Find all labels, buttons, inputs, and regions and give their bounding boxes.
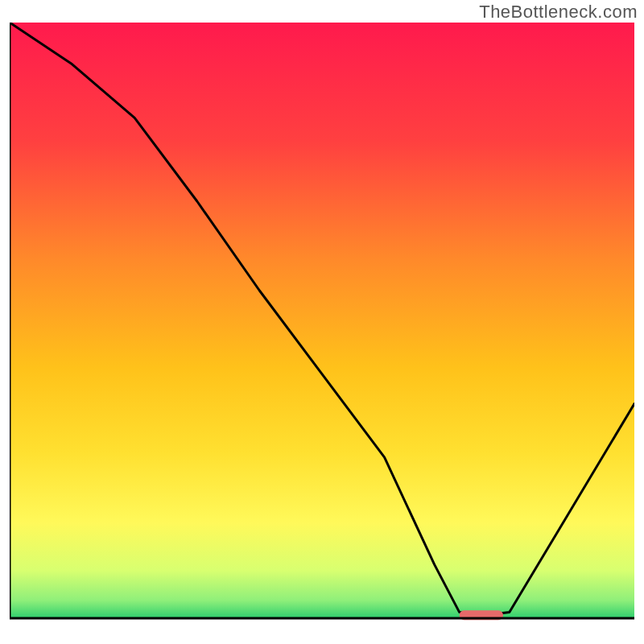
bottleneck-chart [10,23,634,634]
gradient-background [10,23,634,618]
watermark-text: TheBottleneck.com [479,2,638,23]
chart-svg [10,23,634,634]
